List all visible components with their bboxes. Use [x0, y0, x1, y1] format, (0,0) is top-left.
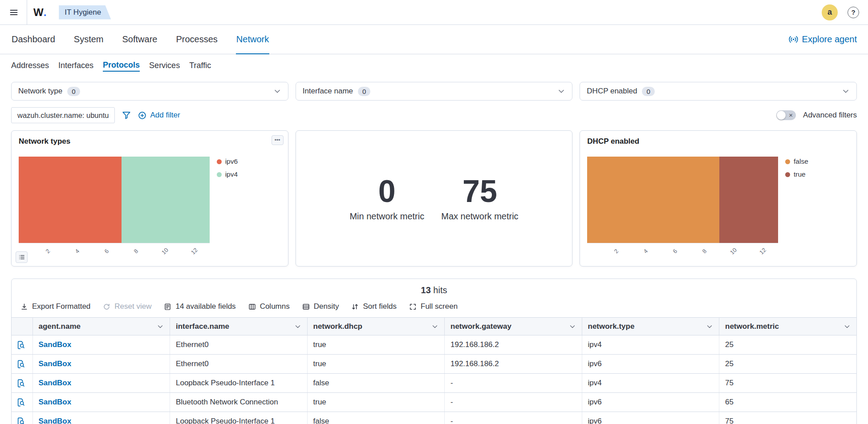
column-header-interface.name[interactable]: interface.name [170, 318, 308, 335]
inspect-row-button[interactable] [16, 360, 25, 368]
bar-segment-false[interactable] [587, 157, 719, 243]
cell-value: - [450, 417, 453, 424]
cell-agent.name: SandBox [32, 374, 170, 393]
legend-item-ipv4[interactable]: ipv4 [217, 170, 238, 178]
column-header-network.metric[interactable]: network.metric [719, 318, 857, 335]
cell-value: - [450, 379, 453, 387]
cell-interface.name: Loopback Pseudo-Interface 1 [170, 412, 308, 424]
column-header-label: network.dhcp [313, 322, 363, 331]
agent-name-link[interactable]: SandBox [39, 359, 72, 368]
inspect-row-button[interactable] [16, 341, 25, 349]
inspect-row-button[interactable] [16, 417, 25, 424]
axis-tick-label: 6 [672, 248, 679, 255]
panel-options-icon[interactable]: ••• [272, 135, 284, 145]
main-tab-network[interactable]: Network [236, 25, 269, 54]
cell-network.gateway: 192.168.186.2 [445, 335, 582, 355]
filter-pill[interactable]: wazuh.cluster.name: ubuntu [11, 107, 115, 123]
hits-count: 13 [421, 285, 431, 295]
legend-item-false[interactable]: false [785, 157, 808, 166]
logo-text: W [33, 6, 44, 19]
filter-select-interface-name[interactable]: Interface name0 [296, 82, 573, 101]
axis-tick-label: 2 [613, 248, 620, 255]
add-filter-button[interactable]: Add filter [138, 111, 180, 120]
axis-tick-label: 4 [642, 248, 649, 255]
legend-item-true[interactable]: true [785, 170, 806, 178]
cell-network.metric: 65 [719, 393, 857, 412]
toolbar-reset-view[interactable]: Reset view [103, 302, 151, 311]
fields-icon [164, 303, 171, 311]
legend-dot [217, 159, 222, 164]
max-metric-value: 75 [441, 175, 518, 208]
cell-network.gateway: - [445, 393, 582, 412]
table-toolbar: Export FormattedReset view14 available f… [12, 300, 856, 317]
inspect-icon [16, 398, 25, 407]
cell-value: 192.168.186.2 [450, 340, 499, 349]
agent-name-link[interactable]: SandBox [39, 340, 72, 349]
legend-item-ipv6[interactable]: ipv6 [217, 157, 238, 166]
cell-value: false [313, 417, 329, 424]
legend-label: false [794, 157, 808, 166]
sub-tab-services[interactable]: Services [149, 61, 180, 71]
filter-funnel-icon[interactable] [122, 111, 131, 120]
sub-tab-addresses[interactable]: Addresses [11, 61, 49, 71]
toolbar-sort-fields[interactable]: Sort fields [351, 302, 397, 311]
main-tab-processes[interactable]: Processes [175, 25, 218, 54]
toolbar-14-available-fields[interactable]: 14 available fields [164, 302, 235, 311]
legend-toggle-icon[interactable] [16, 251, 28, 263]
results-table: agent.nameinterface.namenetwork.dhcpnetw… [12, 317, 856, 424]
toolbar-full-screen[interactable]: Full screen [409, 302, 458, 311]
legend-dot [217, 172, 222, 177]
bar-segment-ipv4[interactable] [122, 157, 210, 243]
filter-select-network-type[interactable]: Network type0 [11, 82, 288, 101]
main-tab-dashboard[interactable]: Dashboard [11, 25, 56, 54]
cell-value: Loopback Pseudo-Interface 1 [176, 379, 275, 387]
column-header-agent.name[interactable]: agent.name [32, 318, 170, 335]
cell-control [12, 335, 32, 355]
results-panel: 13 hits Export FormattedReset view14 ava… [11, 279, 857, 424]
cell-network.metric: 75 [719, 412, 857, 424]
toolbar-density[interactable]: Density [302, 302, 339, 311]
cell-value: Loopback Pseudo-Interface 1 [176, 417, 275, 424]
chevron-icon [157, 323, 164, 330]
column-header-label: network.gateway [450, 322, 511, 331]
explore-agent-link[interactable]: Explore agent [789, 25, 857, 54]
bar-segment-true[interactable] [719, 157, 778, 243]
toggle-off-cross-icon: × [789, 112, 793, 118]
advanced-filters-toggle[interactable]: × [776, 110, 796, 120]
toggle-thumb [777, 111, 786, 120]
cell-network.type: ipv6 [582, 412, 719, 424]
sub-tab-interfaces[interactable]: Interfaces [58, 61, 93, 71]
wazuh-logo[interactable]: W. [33, 6, 46, 19]
dhcp-chart: 24681012 falsetrue [587, 157, 849, 261]
cell-network.type: ipv6 [582, 355, 719, 374]
sub-tab-protocols[interactable]: Protocols [103, 61, 140, 72]
chevron-icon [844, 323, 851, 330]
toolbar-label: Export Formatted [32, 302, 90, 311]
cell-network.metric: 75 [719, 374, 857, 393]
column-header-network.gateway[interactable]: network.gateway [445, 318, 582, 335]
column-header-network.dhcp[interactable]: network.dhcp [307, 318, 445, 335]
sub-tab-traffic[interactable]: Traffic [189, 61, 211, 71]
main-tab-system[interactable]: System [73, 25, 104, 54]
agent-name-link[interactable]: SandBox [39, 379, 72, 387]
main-tab-software[interactable]: Software [122, 25, 158, 54]
inspect-row-button[interactable] [16, 379, 25, 388]
bar-segment-ipv6[interactable] [19, 157, 122, 243]
help-icon[interactable]: ? [848, 7, 859, 18]
toolbar-columns[interactable]: Columns [248, 302, 290, 311]
cell-value: ipv6 [588, 417, 602, 424]
cell-interface.name: Ethernet0 [170, 335, 308, 355]
inspect-row-button[interactable] [16, 398, 25, 407]
filter-select-dhcp-enabled[interactable]: DHCP enabled0 [580, 82, 857, 101]
filter-pill-row: wazuh.cluster.name: ubuntu Add filter × … [0, 101, 868, 123]
agent-name-link[interactable]: SandBox [39, 398, 72, 406]
agent-name-link[interactable]: SandBox [39, 417, 72, 424]
avatar[interactable]: a [822, 4, 838, 20]
filter-count-badge: 0 [358, 87, 370, 96]
plus-circle-icon [138, 111, 146, 120]
column-header-label: interface.name [176, 322, 229, 331]
cell-network.metric: 25 [719, 355, 857, 374]
column-header-network.type[interactable]: network.type [582, 318, 719, 335]
menu-icon[interactable] [7, 6, 20, 19]
toolbar-export-formatted[interactable]: Export Formatted [20, 302, 90, 311]
